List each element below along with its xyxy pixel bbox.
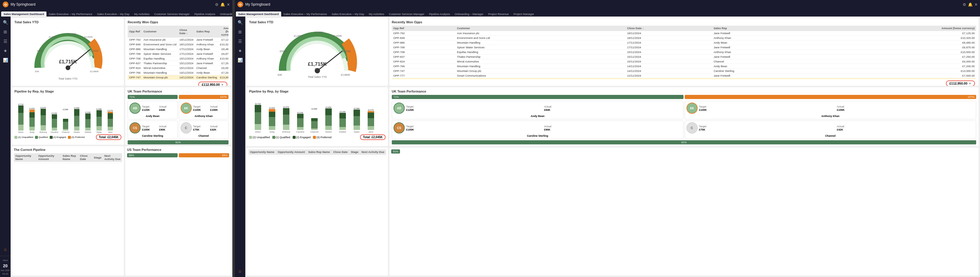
tab-sales-exec-perf-right[interactable]: Sales Executive – My Performance xyxy=(281,11,329,16)
notifications-icon-left[interactable]: 🔔 xyxy=(220,2,225,7)
table-row: OPP-849Environment and Sons Ltd18/11/202… xyxy=(392,36,976,40)
table-row: OPP-766Mountain Handling14/11/2024Andy B… xyxy=(128,70,229,75)
svg-text:£2,880K: £2,880K xyxy=(90,70,99,73)
left-total-badge: £112,950.00 ▼ xyxy=(198,82,228,86)
close-icon-right[interactable]: ✕ xyxy=(974,2,978,7)
svg-point-3 xyxy=(65,66,70,70)
sidebar-grid-right[interactable]: ⊞ xyxy=(236,28,244,36)
left-uk-pct1: 71% xyxy=(129,96,135,98)
tab-sales-mgmt-left[interactable]: Sales Management Dashboard xyxy=(1,11,46,16)
tab-project-right[interactable]: Project Manager xyxy=(511,11,536,16)
right-pipeline-title: Pipeline by Rep, by Stage xyxy=(249,90,386,93)
col-customer-right: Customer xyxy=(456,26,625,31)
left-pipeline-card: Pipeline by Rep, by Stage £171K xyxy=(12,87,124,145)
legend-unqualified-right: (2) Unqualified xyxy=(249,136,270,139)
table-row: OPP-792Aon Insurance plc18/11/2024Jane F… xyxy=(392,31,976,36)
date-time-left: 09:45 xyxy=(2,272,8,275)
right-bottom-left: Opportunity Name Opportunity Amount Sale… xyxy=(247,147,388,275)
member-caroline-left: CS TargetActual £100K£90K Caroline Sterl… xyxy=(128,120,178,139)
avatar-andy-right: AB xyxy=(393,102,405,114)
right-gauge-svg: £0K £500K £1,000K £1,500K £2,000K £2,500… xyxy=(276,28,358,78)
left-title: My Springboard xyxy=(11,2,36,6)
right-uk-bottom-pct: 91% xyxy=(392,140,976,144)
col-amount-right: Amount (home currency) xyxy=(816,26,976,31)
left-us-pct2: 84% xyxy=(179,153,229,157)
tab-sales-exec-day-right[interactable]: Sales Executive – My Day xyxy=(329,11,366,16)
left-current-pipeline-card: The Current Pipeline Opportunity Name Op… xyxy=(12,146,124,275)
name-andy-left: Andy Bean xyxy=(129,115,176,118)
tab-sales-exec-day-left[interactable]: Sales Executive – My Day xyxy=(95,11,132,16)
sidebar-list-left[interactable]: ☰ xyxy=(1,37,10,45)
notifications-icon-right[interactable]: 🔔 xyxy=(968,2,973,7)
avatar-channel-left: C xyxy=(181,122,192,133)
tab-pipeline-left[interactable]: Pipeline Analysis xyxy=(192,11,218,16)
right-bottom-right: 91% xyxy=(390,147,978,275)
col-close-date-right: Close Date ↓ xyxy=(625,26,712,31)
svg-text:£0K: £0K xyxy=(35,70,40,73)
svg-text:£1,000K: £1,000K xyxy=(294,34,303,37)
left-won-opps-table: Opp Ref Customer Close Date ↓ Sales Rep … xyxy=(128,26,229,80)
avatar-anthony-right: AK xyxy=(686,102,698,114)
tab-sales-mgmt-right[interactable]: Sales Management Dashboard xyxy=(236,11,281,16)
tab-pipeline-right[interactable]: Pipeline Analysis xyxy=(427,11,452,16)
col-opp-ref-right: Opp Ref xyxy=(392,26,456,31)
member-caroline-right: CS TargetActual £100K£90K Caroline Sterl… xyxy=(392,120,684,139)
table-row xyxy=(248,155,386,156)
svg-text:£0K: £0K xyxy=(278,74,282,76)
col-close-date: Close Date xyxy=(78,153,92,162)
col-rep: Sales Rep Name xyxy=(307,149,332,155)
svg-text:£500K: £500K xyxy=(37,50,44,52)
right-header: My Springboard ⚙ 🔔 ✕ xyxy=(235,0,980,9)
settings-icon-left[interactable]: ⚙ xyxy=(215,2,218,7)
right-pipeline-card: Pipeline by Rep, by Stage £171K Aston xyxy=(247,87,388,146)
tab-sales-exec-perf-left[interactable]: Sales Executive – My Performance xyxy=(46,11,95,16)
settings-icon-right[interactable]: ⚙ xyxy=(963,2,966,7)
sidebar-home-left[interactable]: ⌂ xyxy=(1,245,10,253)
tab-customer-svc-left[interactable]: Customer Services Manager xyxy=(152,11,192,16)
svg-text:£2,000K: £2,000K xyxy=(84,36,93,38)
left-uk-team-title: UK Team Performance xyxy=(128,90,229,93)
sidebar-chart-left[interactable]: 📊 xyxy=(1,56,10,64)
col-amount-left: Amount (home currency) xyxy=(218,26,229,37)
sidebar-star-right[interactable]: ★ xyxy=(236,46,244,55)
tab-revenue-right[interactable]: Project Revenue xyxy=(486,11,511,16)
avatar-channel-right: C xyxy=(686,122,698,133)
right-sidebar: 🔍 ⊞ ☰ ★ 📊 ⌂ xyxy=(235,16,245,277)
left-pipeline-bottom-title: The Current Pipeline xyxy=(14,148,122,152)
sidebar-star-left[interactable]: ★ xyxy=(1,46,10,55)
svg-text:95%: 95% xyxy=(315,67,320,70)
table-row xyxy=(14,162,122,163)
close-icon-left[interactable]: ✕ xyxy=(227,2,230,7)
app-logo-right xyxy=(237,1,243,8)
tab-onboarding-left[interactable]: Onboarding - Manager xyxy=(218,11,232,16)
col-next-activity: Next Activity Due xyxy=(103,153,122,162)
member-anthony-left: AK TargetActual £100K£106K Anthony Khan xyxy=(179,101,229,119)
legend-qualified-right: (1) Qualified xyxy=(272,136,290,139)
name-channel-left: Channel xyxy=(181,134,227,137)
left-total-sales-card: Total Sales YTD xyxy=(12,18,124,86)
right-tabs: Sales Management Dashboard Sales Executi… xyxy=(235,9,980,16)
tab-activities-right[interactable]: My Activities xyxy=(366,11,387,16)
sidebar-list-right[interactable]: ☰ xyxy=(236,37,244,45)
right-uk-team-card: UK Team Performance 71% 107% AB TargetAc… xyxy=(390,87,978,146)
left-uk-team-card: UK Team Performance 71% 107% xyxy=(125,87,231,145)
sidebar-chart-right[interactable]: 📊 xyxy=(236,56,244,64)
table-row: OPP-886Mountain Handling17/11/2024Andy B… xyxy=(128,47,229,51)
table-row: OPP-824Wirral Automotive15/11/2024Channe… xyxy=(128,66,229,70)
sidebar-home-right[interactable]: ⌂ xyxy=(236,267,244,275)
sidebar-search-left[interactable]: 🔍 xyxy=(1,18,10,27)
sidebar-grid-left[interactable]: ⊞ xyxy=(1,28,10,36)
table-row: OPP-708Equifax Handling15/11/2024Anthony… xyxy=(128,56,229,61)
right-total-badge: £112,950.00 ▼ xyxy=(946,80,975,86)
tab-onboarding-right[interactable]: Onboarding – Manager xyxy=(452,11,486,16)
sidebar-search-right[interactable]: 🔍 xyxy=(236,18,244,27)
left-won-opps-card: Recently Won Opps Opp Ref Customer Close… xyxy=(125,18,231,86)
avatar-anthony-left: AK xyxy=(181,102,192,114)
left-us-team-title: US Team Performance xyxy=(127,148,229,152)
tab-activities-left[interactable]: My Activities xyxy=(132,11,152,16)
tab-customer-svc-right[interactable]: Customer Services Manager xyxy=(387,11,426,16)
col-opp-ref-left: Opp Ref xyxy=(128,26,142,37)
right-us-pct1: 91% xyxy=(391,149,400,154)
legend-preferred-left: (3) Preferred xyxy=(68,136,85,139)
right-uk-team-title: UK Team Performance xyxy=(392,90,976,93)
